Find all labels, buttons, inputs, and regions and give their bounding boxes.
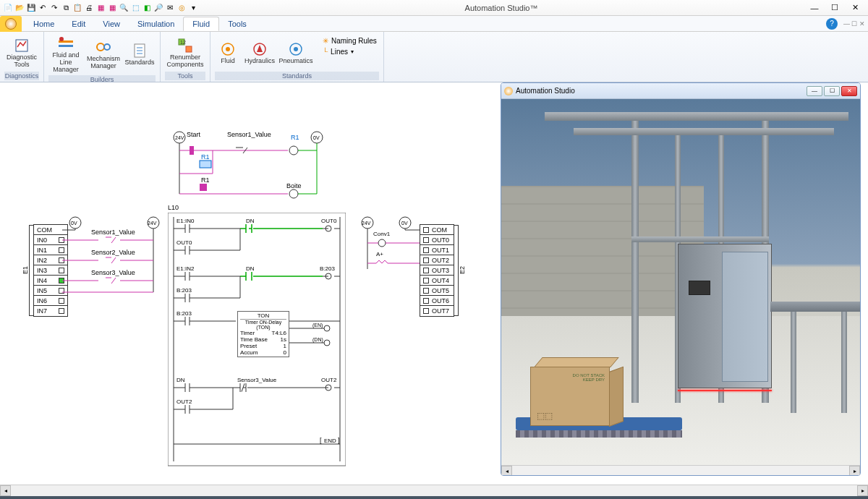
- qat-zoom-icon[interactable]: 🔎: [153, 3, 163, 13]
- svg-text:B:203: B:203: [176, 310, 192, 317]
- mechanism-manager-button[interactable]: Mechanism Manager: [86, 33, 121, 75]
- svg-text:0V: 0V: [313, 135, 320, 140]
- standards-icon: [131, 42, 148, 59]
- pneumatics-button[interactable]: Pneumatics: [278, 33, 313, 72]
- diagnostic-tools-button[interactable]: Diagnostic Tools: [4, 33, 39, 72]
- io-row-out1[interactable]: OUT1: [420, 245, 454, 255]
- qat-open-icon[interactable]: 📂: [14, 3, 25, 13]
- svg-text:E1:IN2: E1:IN2: [176, 265, 195, 272]
- minimize-button[interactable]: —: [804, 1, 825, 14]
- qat-print-icon[interactable]: 🖨: [84, 3, 94, 13]
- qat-save-icon[interactable]: 💾: [26, 3, 36, 13]
- panel-close-button[interactable]: ✕: [841, 86, 857, 96]
- mechanism-icon: [95, 38, 112, 56]
- fluid-line-icon: [57, 35, 75, 52]
- svg-rect-35: [200, 184, 207, 191]
- io-row-out5[interactable]: OUT5: [420, 286, 454, 296]
- qat-search-icon[interactable]: 🔍: [119, 3, 129, 13]
- io-row-out7[interactable]: OUT7: [420, 306, 454, 316]
- ladder-block[interactable]: L10 E1:IN0 DN OUT0 OUT0: [168, 204, 346, 480]
- standards-button[interactable]: Standards: [124, 33, 156, 75]
- svg-text:(DN): (DN): [312, 337, 323, 343]
- qat-mail-icon[interactable]: ✉: [165, 3, 175, 13]
- io-row-out6[interactable]: OUT6: [420, 296, 454, 306]
- qat-tool2-icon[interactable]: ▦: [107, 3, 117, 13]
- fluid-line-manager-button[interactable]: Fluid and Line Manager: [48, 33, 83, 75]
- svg-point-28: [289, 146, 298, 155]
- workspace-hscrollbar[interactable]: ◂ ▸: [0, 485, 868, 496]
- io-row-out0[interactable]: OUT0: [420, 235, 454, 245]
- ton-block[interactable]: TON Timer ON-Delay (TON) TimerT4:L6 Time…: [237, 311, 289, 357]
- tab-home[interactable]: Home: [25, 17, 63, 30]
- renumber-icon: 12: [176, 37, 194, 54]
- svg-text:B:203: B:203: [320, 265, 335, 272]
- window-aux-controls[interactable]: — ☐ ✕: [843, 20, 865, 27]
- qat-tool1-icon[interactable]: ▦: [95, 3, 106, 13]
- svg-text:Sensor3_Value: Sensor3_Value: [237, 377, 277, 383]
- 3d-view-panel: Automation Studio — ☐ ✕: [501, 82, 861, 476]
- window-controls: — ☐ ✕: [804, 1, 865, 14]
- qat-options-icon[interactable]: ▾: [188, 3, 198, 13]
- close-button[interactable]: ✕: [845, 1, 865, 14]
- renumber-components-button[interactable]: 12 Renumber Components: [165, 33, 205, 72]
- qat-target-icon[interactable]: ◎: [176, 3, 187, 13]
- qat-tool3-icon[interactable]: ⬚: [130, 3, 140, 13]
- svg-text:Conv1: Conv1: [373, 231, 391, 237]
- tab-view[interactable]: View: [94, 17, 129, 30]
- 3d-panel-header[interactable]: Automation Studio — ☐ ✕: [501, 83, 860, 99]
- window-title: Automation Studio™: [198, 4, 804, 12]
- tab-fluid[interactable]: Fluid: [183, 17, 219, 31]
- qat-undo-icon[interactable]: ↶: [38, 3, 48, 13]
- ribbon-group-builders: Fluid and Line Manager Mechanism Manager…: [44, 32, 161, 82]
- hydraulics-button[interactable]: Hydraulics: [244, 33, 276, 72]
- tab-tools[interactable]: Tools: [219, 17, 255, 30]
- fluid-standard-button[interactable]: Fluid: [215, 33, 241, 72]
- panel-minimize-button[interactable]: —: [807, 86, 822, 96]
- scroll-right-button[interactable]: ▸: [849, 466, 860, 476]
- svg-text:0V: 0V: [401, 221, 408, 226]
- io-row-out3[interactable]: OUT3: [420, 265, 454, 276]
- io-row-out-com[interactable]: COM: [420, 225, 454, 235]
- svg-text:12: 12: [180, 40, 186, 45]
- svg-point-89: [378, 239, 386, 247]
- svg-text:Sensor3_Value: Sensor3_Value: [91, 269, 135, 276]
- help-icon[interactable]: ?: [826, 18, 838, 30]
- ws-scroll-left[interactable]: ◂: [0, 485, 11, 496]
- qat-redo-icon[interactable]: ↷: [49, 3, 59, 13]
- svg-point-5: [104, 44, 110, 50]
- io-row-out2[interactable]: OUT2: [420, 255, 454, 265]
- output-wiring: 24V 0V Conv1 A+: [359, 213, 424, 299]
- svg-point-38: [289, 189, 298, 198]
- svg-text:E1:IN0: E1:IN0: [176, 218, 195, 224]
- tab-edit[interactable]: Edit: [63, 17, 94, 30]
- input-terminal-block[interactable]: E1 COM IN0 IN1 IN2 IN3 IN4 IN5 IN6 IN7: [22, 224, 68, 317]
- app-logo-icon: [504, 87, 513, 95]
- relay-diagram[interactable]: 24V 0V Start Sensor1_Value R1 R1 R1 Boit…: [172, 130, 324, 199]
- ws-scroll-right[interactable]: ▸: [857, 485, 868, 496]
- hydraulics-icon: [251, 40, 268, 58]
- svg-text:Start: Start: [187, 131, 201, 138]
- svg-text:B:203: B:203: [176, 287, 192, 294]
- output-terminal-block[interactable]: COM OUT0 OUT1 OUT2 OUT3 OUT4 OUT5 OUT6 O…: [420, 224, 466, 317]
- ribbon: Diagnostic Tools Diagnostics Fluid and L…: [0, 32, 868, 82]
- svg-text:R1: R1: [201, 176, 210, 184]
- naming-rules-button[interactable]: ✳ Naming Rules: [320, 36, 379, 46]
- maximize-button[interactable]: ☐: [825, 1, 845, 14]
- io-row-out4[interactable]: OUT4: [420, 276, 454, 286]
- lines-dropdown[interactable]: └ Lines ▾: [320, 47, 379, 56]
- titlebar: 📄 📂 💾 ↶ ↷ ⧉ 📋 🖨 ▦ ▦ 🔍 ⬚ ◧ 🔎 ✉ ◎ ▾ Automa…: [0, 0, 868, 16]
- 3d-viewport[interactable]: ⬚⬚ DO NOT STACKKEEP DRY: [501, 99, 860, 465]
- input-wiring: 0V 24V Sensor1_Value Sensor2_Value Senso…: [62, 213, 163, 328]
- qat-copy-icon[interactable]: ⧉: [61, 3, 71, 13]
- tab-simulation[interactable]: Simulation: [129, 17, 183, 30]
- qat-paste-icon[interactable]: 📋: [72, 3, 82, 13]
- svg-text:OUT0: OUT0: [176, 239, 192, 246]
- panel-maximize-button[interactable]: ☐: [824, 86, 840, 96]
- qat-tool4-icon[interactable]: ◧: [142, 3, 152, 13]
- qat-file-icon[interactable]: 📄: [3, 3, 13, 13]
- panel-hscrollbar[interactable]: ◂ ▸: [501, 465, 860, 476]
- app-menu-button[interactable]: [0, 16, 22, 32]
- quick-access-toolbar: 📄 📂 💾 ↶ ↷ ⧉ 📋 🖨 ▦ ▦ 🔍 ⬚ ◧ 🔎 ✉ ◎ ▾: [3, 3, 198, 13]
- scroll-left-button[interactable]: ◂: [501, 466, 512, 476]
- svg-text:]: ]: [338, 437, 340, 444]
